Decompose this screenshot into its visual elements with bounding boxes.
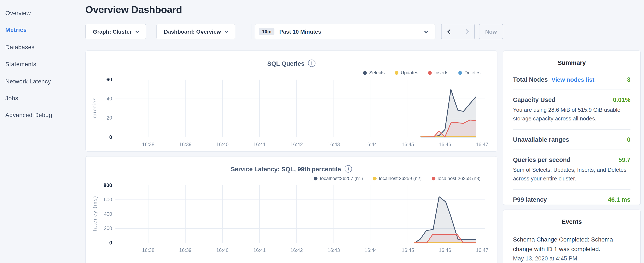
y-tick-label: 400 bbox=[104, 211, 112, 217]
y-tick-label: 60 bbox=[106, 77, 112, 82]
summary-label: P99 latency bbox=[513, 196, 547, 203]
y-tick-label: 0 bbox=[109, 240, 112, 245]
dashboard-dropdown-label: Dashboard: Overview bbox=[164, 29, 221, 35]
summary-label: Unavailable ranges bbox=[513, 136, 569, 143]
chevron-right-icon bbox=[464, 29, 469, 34]
x-tick-label: 16:42 bbox=[290, 142, 303, 147]
sidebar-item-metrics[interactable]: Metrics bbox=[0, 25, 80, 42]
event-item[interactable]: Schema Change Completed: Schema change w… bbox=[513, 235, 630, 262]
x-tick-label: 16:43 bbox=[328, 247, 340, 253]
x-tick-label: 16:40 bbox=[216, 247, 228, 253]
x-tick-label: 16:47 bbox=[476, 142, 488, 147]
x-tick-label: 16:46 bbox=[439, 142, 451, 147]
view-nodes-list-link[interactable]: View nodes list bbox=[552, 76, 594, 83]
summary-row-capacity-used: Capacity Used 0.01% You are using 28.6 M… bbox=[513, 90, 630, 130]
graph-dropdown[interactable]: Graph: Cluster bbox=[86, 24, 146, 39]
chevron-down-icon bbox=[424, 29, 428, 33]
page-title: Overview Dashboard bbox=[86, 4, 641, 16]
y-tick-label: 600 bbox=[104, 197, 112, 202]
sidebar-item-overview[interactable]: Overview bbox=[0, 8, 80, 25]
time-range-selector[interactable]: 10m Past 10 Minutes bbox=[255, 24, 436, 39]
summary-row-unavailable-ranges: Unavailable ranges 0 bbox=[513, 130, 630, 150]
summary-title: Summary bbox=[513, 59, 630, 66]
graph-dropdown-label: Graph: Cluster bbox=[93, 29, 132, 35]
y-tick-label: 800 bbox=[104, 182, 112, 188]
info-icon[interactable]: i bbox=[308, 60, 316, 67]
sidebar-item-network-latency[interactable]: Network Latency bbox=[0, 76, 80, 93]
x-tick-label: 16:39 bbox=[179, 247, 192, 253]
chart-legend: SelectsUpdatesInsertsDeletes bbox=[363, 70, 481, 75]
x-tick-label: 16:38 bbox=[142, 142, 154, 147]
y-tick-label: 40 bbox=[107, 96, 112, 102]
x-tick-label: 16:42 bbox=[290, 247, 303, 253]
y-tick-label: 20 bbox=[107, 115, 112, 121]
sidebar-item-jobs[interactable]: Jobs bbox=[0, 93, 80, 110]
chevron-left-icon bbox=[447, 29, 452, 34]
events-panel: Events Schema Change Completed: Schema c… bbox=[502, 210, 640, 263]
time-step-buttons bbox=[441, 24, 475, 39]
next-time-button[interactable] bbox=[458, 24, 474, 39]
sql-queries-plot: 020406016:3816:3916:4016:4116:4216:4316:… bbox=[86, 76, 488, 151]
main-content: Overview Dashboard Graph: Cluster Dashbo… bbox=[86, 4, 641, 263]
toolbar-divider bbox=[251, 24, 251, 39]
dashboard-dropdown[interactable]: Dashboard: Overview bbox=[156, 24, 235, 39]
legend-item: localhost:26258 (n3) bbox=[432, 176, 480, 181]
summary-value: 0.01% bbox=[613, 96, 630, 103]
x-tick-label: 16:44 bbox=[365, 247, 377, 253]
charts-column: SQL Queries i SelectsUpdatesInsertsDelet… bbox=[86, 51, 498, 263]
y-tick-label: 0 bbox=[109, 134, 112, 140]
chevron-down-icon bbox=[135, 29, 139, 33]
chart-legend: localhost:26257 (n1)localhost:26259 (n2)… bbox=[314, 176, 481, 181]
x-tick-label: 16:44 bbox=[365, 142, 377, 147]
chart-title: Service Latency: SQL, 99th percentile bbox=[231, 165, 341, 172]
summary-label: Capacity Used bbox=[513, 96, 556, 103]
x-tick-label: 16:41 bbox=[254, 247, 266, 253]
legend-item: Updates bbox=[394, 70, 418, 75]
event-timestamp: May 13, 2020 at 4:45 PM bbox=[513, 255, 630, 262]
sidebar: Overview Metrics Databases Statements Ne… bbox=[0, 4, 80, 127]
legend-item: Selects bbox=[363, 70, 385, 75]
summary-panel: Summary Total Nodes View nodes list 3 Ca… bbox=[502, 51, 640, 205]
legend-item: Inserts bbox=[428, 70, 448, 75]
legend-item: localhost:26259 (n2) bbox=[373, 176, 422, 181]
sql-queries-chart-card: SQL Queries i SelectsUpdatesInsertsDelet… bbox=[86, 51, 498, 151]
service-latency-chart-card: Service Latency: SQL, 99th percentile i … bbox=[86, 156, 498, 263]
summary-value: 0 bbox=[627, 136, 630, 143]
summary-label: Total Nodes bbox=[513, 76, 548, 83]
x-tick-label: 16:39 bbox=[179, 142, 192, 147]
summary-value: 3 bbox=[627, 76, 630, 83]
y-tick-label: 200 bbox=[104, 225, 112, 231]
summary-value: 46.1 ms bbox=[608, 196, 630, 203]
x-tick-label: 16:45 bbox=[402, 247, 414, 253]
x-tick-label: 16:38 bbox=[142, 247, 154, 253]
sidebar-item-advanced-debug[interactable]: Advanced Debug bbox=[0, 110, 80, 127]
x-tick-label: 16:40 bbox=[216, 142, 228, 147]
time-range-label: Past 10 Minutes bbox=[279, 29, 321, 35]
toolbar: Graph: Cluster Dashboard: Overview 10m P… bbox=[86, 24, 641, 39]
chart-header: SQL Queries i bbox=[86, 60, 497, 67]
event-message: Schema Change Completed: Schema change w… bbox=[513, 235, 630, 254]
app-root: Overview Metrics Databases Statements Ne… bbox=[0, 4, 644, 263]
events-title: Events bbox=[513, 218, 630, 225]
sidebar-item-databases[interactable]: Databases bbox=[0, 42, 80, 59]
summary-row-total-nodes: Total Nodes View nodes list 3 bbox=[513, 76, 630, 90]
service-latency-plot: 020040060080016:3816:3916:4016:4116:4216… bbox=[86, 181, 488, 258]
summary-row-p99-latency: P99 latency 46.1 ms bbox=[513, 190, 630, 210]
summary-description: You are using 28.6 MiB of 515.9 GiB usab… bbox=[513, 106, 630, 123]
info-icon[interactable]: i bbox=[345, 165, 352, 173]
chevron-down-icon bbox=[224, 29, 228, 33]
summary-value: 59.7 bbox=[618, 156, 630, 163]
summary-row-queries-per-second: Queries per second 59.7 Sum of Selects, … bbox=[513, 150, 630, 190]
side-column: Summary Total Nodes View nodes list 3 Ca… bbox=[502, 51, 640, 263]
chart-header: Service Latency: SQL, 99th percentile i bbox=[86, 165, 497, 173]
now-button[interactable]: Now bbox=[479, 24, 503, 39]
x-tick-label: 16:45 bbox=[402, 142, 414, 147]
prev-time-button[interactable] bbox=[442, 24, 458, 39]
time-range-badge: 10m bbox=[259, 28, 274, 35]
summary-label: Queries per second bbox=[513, 156, 571, 163]
x-tick-label: 16:43 bbox=[328, 142, 340, 147]
sidebar-item-statements[interactable]: Statements bbox=[0, 59, 80, 76]
legend-item: Deletes bbox=[458, 70, 480, 75]
x-tick-label: 16:46 bbox=[439, 247, 451, 253]
x-tick-label: 16:41 bbox=[254, 142, 266, 147]
